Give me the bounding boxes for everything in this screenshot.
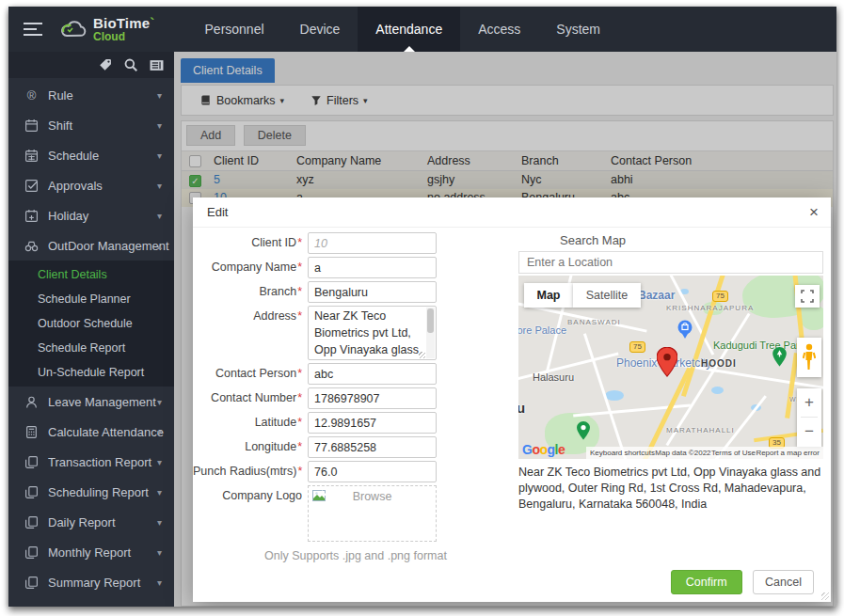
sidebar-item-schedule-planner[interactable]: Schedule Planner [8,287,174,311]
map-data-text: Map data ©2022 [655,449,710,457]
fullscreen-icon [801,290,814,303]
chevron-down-icon: ▾ [157,211,162,221]
sidebar-item-summary-report[interactable]: Summary Report ▾ [8,567,174,597]
sidebar-item-client-details[interactable]: Client Details [8,262,174,287]
report-error-link[interactable]: Report a map error [756,449,820,457]
menu-toggle-icon[interactable] [24,23,42,36]
chevron-down-icon: ▾ [157,150,162,161]
map-type-satellite-button[interactable]: Satellite [573,283,641,308]
google-map[interactable]: Bazaar KRISHNARAJAPURA BANASWADI lore Pa… [518,276,823,459]
user-icon [24,395,39,409]
nav-item-attendance[interactable]: Attendance [358,7,460,52]
sidebar-item-rule[interactable]: ® Rule ▾ [8,80,174,110]
google-logo: Google [522,442,565,457]
contact-number-label: Contact Number* [193,387,308,409]
chevron-down-icon: ▾ [157,487,162,498]
nav-item-access[interactable]: Access [460,7,538,52]
cancel-button[interactable]: Cancel [753,570,814,594]
client-id-label: Client ID* [193,232,308,254]
sidebar-item-transaction-report[interactable]: Transaction Report ▾ [8,447,174,477]
logo-format-hint: Only Supports .jpg and .png format [229,549,483,562]
outdoor-management-submenu: Client Details Schedule Planner Outdoor … [8,261,174,387]
map-label-clipped: u [518,400,525,416]
map-type-map-button[interactable]: Map [524,283,573,308]
latitude-field[interactable] [308,412,437,434]
map-label-bazaar: Bazaar [638,289,675,302]
tag-icon[interactable] [98,57,113,72]
report-icon [24,515,39,529]
map-attribution: Keyboard shortcuts Map data ©2022 Terms … [586,447,823,459]
report-icon [24,576,39,590]
location-search-input[interactable] [518,251,823,274]
sidebar-item-un-schedule-report[interactable]: Un-Schedule Report [8,360,174,385]
latitude-label: Latitude* [193,412,308,434]
sidebar-item-approvals[interactable]: Approvals ▾ [8,170,174,200]
address-field[interactable]: Near ZK Teco Biometrics pvt Ltd, Opp Vin… [308,306,437,360]
top-navbar: BioTime` Cloud Personnel Device Attendan… [8,7,836,52]
browse-label[interactable]: Browse [309,490,436,503]
brand-accent: ` [150,15,154,31]
calendar-plus-icon [24,209,39,223]
resolved-address-text: Near ZK Teco Biometrics pvt Ltd, Opp Vin… [518,465,821,513]
sidebar-item-calculate-attendance[interactable]: Calculate Attendance ▾ [8,417,174,447]
client-id-field[interactable] [308,232,437,254]
sidebar-item-special-report[interactable]: Special Report ▾ [8,597,174,607]
calculator-icon [24,425,39,439]
sidebar-item-outdoor-schedule[interactable]: Outdoor Schedule [8,311,174,336]
map-label-banaswadi: BANASWADI [567,318,621,326]
sidebar-item-monthly-report[interactable]: Monthly Report ▾ [8,537,174,567]
brand-sub: Cloud [93,31,155,42]
terms-link[interactable]: Terms of Use [711,449,756,457]
keyboard-shortcuts-link[interactable]: Keyboard shortcuts [590,449,655,457]
cloud-logo-icon [59,18,88,40]
sidebar-item-daily-report[interactable]: Daily Report ▾ [8,507,174,537]
resize-handle-icon[interactable] [419,352,425,358]
punch-radius-field[interactable] [308,461,437,482]
branch-field[interactable] [308,281,437,303]
company-name-field[interactable] [308,257,437,278]
longitude-field[interactable] [308,436,437,458]
park-pin-icon [577,421,590,440]
list-panel-icon[interactable] [149,58,165,72]
brand-name: BioTime [93,15,150,31]
chevron-down-icon: ▾ [157,577,162,588]
search-icon[interactable] [123,57,138,72]
chevron-down-icon: ▾ [157,457,162,467]
sidebar-item-schedule-report[interactable]: Schedule Report [8,336,174,360]
fullscreen-button[interactable] [795,285,820,308]
modal-resize-handle-icon[interactable] [821,592,829,600]
top-nav-items: Personnel Device Attendance Access Syste… [187,7,619,52]
street-view-pegman-control[interactable] [797,338,821,377]
sidebar-item-holiday[interactable]: Holiday ▾ [8,200,174,230]
contact-person-label: Contact Person* [193,363,308,385]
confirm-button[interactable]: Confirm [671,570,742,594]
nav-item-personnel[interactable]: Personnel [187,7,282,52]
company-name-label: Company Name* [193,257,308,278]
company-logo-upload[interactable]: Browse [308,485,437,542]
close-icon[interactable]: × [809,204,819,221]
zoom-out-button[interactable]: − [797,418,821,446]
route-shield: 75 [629,341,645,353]
sidebar-item-leave-management[interactable]: Leave Management ▾ [8,387,174,417]
edit-client-modal: Edit × Client ID* Company Name* Branch* … [193,197,831,602]
shopping-poi-marker-icon [677,320,693,340]
sidebar-item-shift[interactable]: Shift ▾ [8,110,174,140]
sidebar-item-schedule[interactable]: Schedule ▾ [8,140,174,170]
report-icon [24,485,39,499]
sidebar-item-scheduling-report[interactable]: Scheduling Report ▾ [8,477,174,507]
zoom-in-button[interactable]: + [797,388,821,417]
nav-item-device[interactable]: Device [282,7,358,52]
nav-item-system[interactable]: System [538,7,618,52]
contact-number-field[interactable] [308,387,437,409]
map-label-hoodi: HOODI [701,358,737,369]
scrollbar[interactable] [426,308,435,358]
park-pin-icon [772,347,787,367]
contact-person-field[interactable] [308,363,437,385]
red-map-pin-icon[interactable] [657,347,677,377]
sidebar-item-outdoor-management[interactable]: OutDoor Management ▴ [8,230,174,261]
punch-radius-label: Punch Radius(mtrs)* [193,461,308,482]
search-map-title: Search Map [560,233,823,247]
route-shield: 75 [712,291,728,302]
chevron-down-icon: ▾ [157,120,162,131]
chevron-down-icon: ▾ [157,181,162,191]
